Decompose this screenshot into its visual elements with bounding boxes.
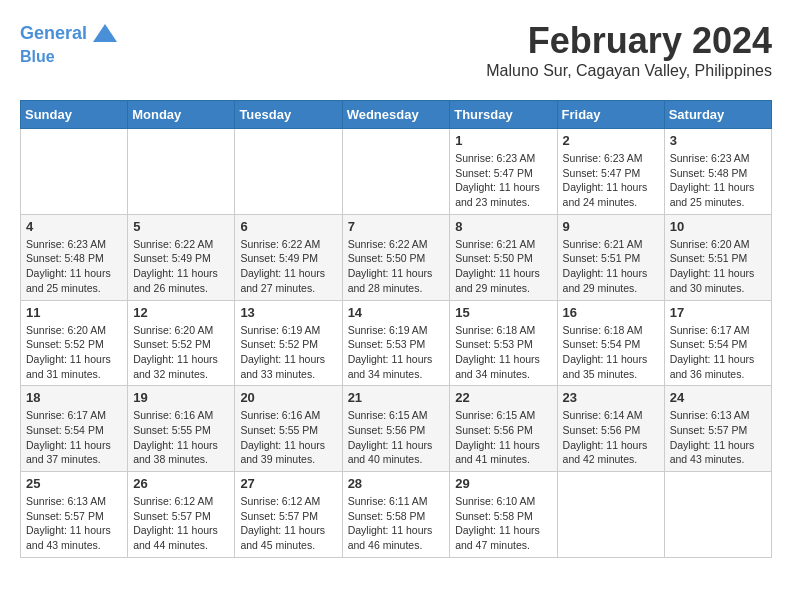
calendar-week-row: 18Sunrise: 6:17 AM Sunset: 5:54 PM Dayli… [21, 386, 772, 472]
day-number: 2 [563, 133, 659, 148]
day-info: Sunrise: 6:17 AM Sunset: 5:54 PM Dayligh… [670, 323, 766, 382]
calendar-cell [342, 129, 450, 215]
weekday-header-saturday: Saturday [664, 101, 771, 129]
day-info: Sunrise: 6:18 AM Sunset: 5:53 PM Dayligh… [455, 323, 551, 382]
day-number: 25 [26, 476, 122, 491]
day-info: Sunrise: 6:17 AM Sunset: 5:54 PM Dayligh… [26, 408, 122, 467]
day-number: 3 [670, 133, 766, 148]
day-number: 7 [348, 219, 445, 234]
day-info: Sunrise: 6:13 AM Sunset: 5:57 PM Dayligh… [670, 408, 766, 467]
logo-line2: Blue [20, 48, 119, 66]
day-number: 16 [563, 305, 659, 320]
day-info: Sunrise: 6:16 AM Sunset: 5:55 PM Dayligh… [133, 408, 229, 467]
calendar-cell [235, 129, 342, 215]
calendar-cell: 11Sunrise: 6:20 AM Sunset: 5:52 PM Dayli… [21, 300, 128, 386]
calendar-cell: 5Sunrise: 6:22 AM Sunset: 5:49 PM Daylig… [128, 214, 235, 300]
calendar-cell: 27Sunrise: 6:12 AM Sunset: 5:57 PM Dayli… [235, 472, 342, 558]
calendar-cell: 18Sunrise: 6:17 AM Sunset: 5:54 PM Dayli… [21, 386, 128, 472]
calendar-cell: 21Sunrise: 6:15 AM Sunset: 5:56 PM Dayli… [342, 386, 450, 472]
month-year: February 2024 [486, 20, 772, 62]
weekday-header-sunday: Sunday [21, 101, 128, 129]
calendar-cell: 7Sunrise: 6:22 AM Sunset: 5:50 PM Daylig… [342, 214, 450, 300]
day-info: Sunrise: 6:22 AM Sunset: 5:49 PM Dayligh… [240, 237, 336, 296]
day-number: 12 [133, 305, 229, 320]
weekday-header-monday: Monday [128, 101, 235, 129]
calendar-cell: 16Sunrise: 6:18 AM Sunset: 5:54 PM Dayli… [557, 300, 664, 386]
calendar-cell: 3Sunrise: 6:23 AM Sunset: 5:48 PM Daylig… [664, 129, 771, 215]
calendar-cell: 2Sunrise: 6:23 AM Sunset: 5:47 PM Daylig… [557, 129, 664, 215]
calendar-cell: 25Sunrise: 6:13 AM Sunset: 5:57 PM Dayli… [21, 472, 128, 558]
day-number: 23 [563, 390, 659, 405]
calendar-cell: 24Sunrise: 6:13 AM Sunset: 5:57 PM Dayli… [664, 386, 771, 472]
calendar-cell: 22Sunrise: 6:15 AM Sunset: 5:56 PM Dayli… [450, 386, 557, 472]
calendar-cell: 8Sunrise: 6:21 AM Sunset: 5:50 PM Daylig… [450, 214, 557, 300]
day-info: Sunrise: 6:20 AM Sunset: 5:52 PM Dayligh… [133, 323, 229, 382]
calendar-week-row: 11Sunrise: 6:20 AM Sunset: 5:52 PM Dayli… [21, 300, 772, 386]
weekday-header-friday: Friday [557, 101, 664, 129]
calendar-cell: 10Sunrise: 6:20 AM Sunset: 5:51 PM Dayli… [664, 214, 771, 300]
day-info: Sunrise: 6:14 AM Sunset: 5:56 PM Dayligh… [563, 408, 659, 467]
calendar-cell [21, 129, 128, 215]
day-number: 21 [348, 390, 445, 405]
calendar-cell: 20Sunrise: 6:16 AM Sunset: 5:55 PM Dayli… [235, 386, 342, 472]
day-number: 8 [455, 219, 551, 234]
day-number: 20 [240, 390, 336, 405]
calendar-cell: 14Sunrise: 6:19 AM Sunset: 5:53 PM Dayli… [342, 300, 450, 386]
calendar-cell: 17Sunrise: 6:17 AM Sunset: 5:54 PM Dayli… [664, 300, 771, 386]
day-info: Sunrise: 6:20 AM Sunset: 5:51 PM Dayligh… [670, 237, 766, 296]
calendar-cell: 23Sunrise: 6:14 AM Sunset: 5:56 PM Dayli… [557, 386, 664, 472]
title-section: February 2024 Maluno Sur, Cagayan Valley… [486, 20, 772, 80]
day-number: 9 [563, 219, 659, 234]
calendar-cell: 9Sunrise: 6:21 AM Sunset: 5:51 PM Daylig… [557, 214, 664, 300]
day-info: Sunrise: 6:16 AM Sunset: 5:55 PM Dayligh… [240, 408, 336, 467]
calendar-cell: 19Sunrise: 6:16 AM Sunset: 5:55 PM Dayli… [128, 386, 235, 472]
day-info: Sunrise: 6:15 AM Sunset: 5:56 PM Dayligh… [455, 408, 551, 467]
day-info: Sunrise: 6:19 AM Sunset: 5:52 PM Dayligh… [240, 323, 336, 382]
calendar-cell: 4Sunrise: 6:23 AM Sunset: 5:48 PM Daylig… [21, 214, 128, 300]
day-info: Sunrise: 6:15 AM Sunset: 5:56 PM Dayligh… [348, 408, 445, 467]
day-info: Sunrise: 6:12 AM Sunset: 5:57 PM Dayligh… [240, 494, 336, 553]
day-info: Sunrise: 6:10 AM Sunset: 5:58 PM Dayligh… [455, 494, 551, 553]
weekday-header-wednesday: Wednesday [342, 101, 450, 129]
day-info: Sunrise: 6:23 AM Sunset: 5:47 PM Dayligh… [455, 151, 551, 210]
calendar-week-row: 1Sunrise: 6:23 AM Sunset: 5:47 PM Daylig… [21, 129, 772, 215]
logo-icon [91, 20, 119, 48]
day-info: Sunrise: 6:11 AM Sunset: 5:58 PM Dayligh… [348, 494, 445, 553]
calendar-cell [664, 472, 771, 558]
day-number: 10 [670, 219, 766, 234]
logo-line1: General [20, 23, 87, 43]
day-info: Sunrise: 6:12 AM Sunset: 5:57 PM Dayligh… [133, 494, 229, 553]
calendar-cell: 1Sunrise: 6:23 AM Sunset: 5:47 PM Daylig… [450, 129, 557, 215]
day-number: 24 [670, 390, 766, 405]
day-number: 26 [133, 476, 229, 491]
day-number: 13 [240, 305, 336, 320]
day-number: 18 [26, 390, 122, 405]
calendar-cell: 26Sunrise: 6:12 AM Sunset: 5:57 PM Dayli… [128, 472, 235, 558]
day-info: Sunrise: 6:19 AM Sunset: 5:53 PM Dayligh… [348, 323, 445, 382]
calendar-week-row: 4Sunrise: 6:23 AM Sunset: 5:48 PM Daylig… [21, 214, 772, 300]
calendar-cell: 12Sunrise: 6:20 AM Sunset: 5:52 PM Dayli… [128, 300, 235, 386]
weekday-header-row: SundayMondayTuesdayWednesdayThursdayFrid… [21, 101, 772, 129]
day-number: 14 [348, 305, 445, 320]
day-info: Sunrise: 6:23 AM Sunset: 5:48 PM Dayligh… [670, 151, 766, 210]
day-info: Sunrise: 6:23 AM Sunset: 5:47 PM Dayligh… [563, 151, 659, 210]
day-number: 1 [455, 133, 551, 148]
logo: General Blue [20, 20, 119, 66]
day-number: 15 [455, 305, 551, 320]
day-info: Sunrise: 6:20 AM Sunset: 5:52 PM Dayligh… [26, 323, 122, 382]
day-info: Sunrise: 6:21 AM Sunset: 5:51 PM Dayligh… [563, 237, 659, 296]
day-info: Sunrise: 6:22 AM Sunset: 5:50 PM Dayligh… [348, 237, 445, 296]
calendar-cell [557, 472, 664, 558]
calendar-cell: 29Sunrise: 6:10 AM Sunset: 5:58 PM Dayli… [450, 472, 557, 558]
calendar-cell: 13Sunrise: 6:19 AM Sunset: 5:52 PM Dayli… [235, 300, 342, 386]
day-info: Sunrise: 6:23 AM Sunset: 5:48 PM Dayligh… [26, 237, 122, 296]
day-number: 4 [26, 219, 122, 234]
day-number: 19 [133, 390, 229, 405]
calendar-cell: 6Sunrise: 6:22 AM Sunset: 5:49 PM Daylig… [235, 214, 342, 300]
day-info: Sunrise: 6:18 AM Sunset: 5:54 PM Dayligh… [563, 323, 659, 382]
weekday-header-tuesday: Tuesday [235, 101, 342, 129]
weekday-header-thursday: Thursday [450, 101, 557, 129]
day-number: 22 [455, 390, 551, 405]
day-info: Sunrise: 6:13 AM Sunset: 5:57 PM Dayligh… [26, 494, 122, 553]
day-number: 5 [133, 219, 229, 234]
